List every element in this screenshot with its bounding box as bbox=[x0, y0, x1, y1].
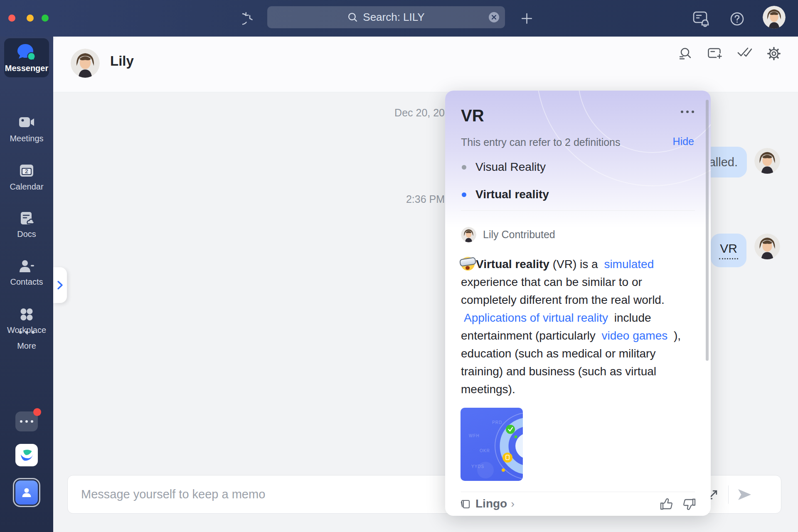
contacts-icon bbox=[19, 259, 34, 273]
entity-link[interactable]: simulated bbox=[604, 258, 654, 271]
more-dots-icon bbox=[0, 331, 53, 334]
messenger-icon bbox=[17, 43, 37, 62]
chat-header: Lily bbox=[53, 37, 798, 92]
close-window-button[interactable] bbox=[8, 15, 15, 22]
thumbnail-label: PRD bbox=[492, 420, 502, 425]
lark-logo bbox=[19, 447, 34, 463]
sidebar-item-label: Calendar bbox=[0, 182, 53, 192]
bullet-dot bbox=[462, 192, 466, 197]
chat-avatar[interactable] bbox=[71, 49, 100, 78]
popup-gradient-header bbox=[445, 91, 711, 228]
zoom-window-button[interactable] bbox=[42, 15, 49, 22]
entity-link[interactable]: Applications of virtual reality bbox=[464, 311, 608, 324]
sidebar-item-label: Meetings bbox=[0, 134, 53, 143]
sidebar-item-label: Contacts bbox=[0, 277, 53, 287]
clear-search-icon[interactable] bbox=[489, 12, 499, 22]
chat-title: Lily bbox=[110, 53, 134, 69]
popup-title: VR bbox=[461, 106, 484, 125]
contributor-row: Lily Contributed bbox=[461, 227, 555, 242]
app-sidebar: Messenger Meetings 2 Calendar bbox=[0, 37, 53, 532]
video-call-add-icon[interactable] bbox=[707, 47, 723, 60]
sidebar-expand-handle[interactable] bbox=[53, 267, 67, 303]
sidebar-item-label: Docs bbox=[0, 229, 53, 239]
contributor-avatar[interactable] bbox=[461, 227, 476, 242]
sidebar-item-label: More bbox=[0, 341, 53, 351]
definition-label: Visual Reality bbox=[475, 160, 546, 174]
notification-settings-icon[interactable] bbox=[692, 10, 711, 27]
hide-link[interactable]: Hide bbox=[673, 135, 694, 148]
meetings-icon bbox=[18, 116, 35, 129]
definition-option[interactable]: Visual Reality bbox=[462, 160, 546, 174]
popup-scrollbar[interactable] bbox=[706, 100, 709, 361]
user-avatar[interactable] bbox=[763, 6, 786, 29]
message-avatar[interactable] bbox=[754, 234, 780, 259]
message-avatar[interactable] bbox=[754, 148, 780, 174]
entity-link[interactable]: video games bbox=[601, 329, 667, 342]
global-search-input[interactable]: Search: LILY bbox=[267, 6, 505, 28]
new-tab-plus-icon[interactable] bbox=[521, 12, 533, 25]
settings-gear-icon[interactable] bbox=[767, 47, 781, 61]
divider bbox=[461, 492, 695, 492]
chevron-right-icon: › bbox=[511, 498, 515, 510]
thumbnail-label: YYDS bbox=[471, 464, 484, 469]
calendar-day-number: 2 bbox=[19, 168, 34, 175]
search-value: Search: LILY bbox=[363, 11, 424, 24]
window-titlebar: Search: LILY bbox=[0, 0, 798, 37]
time-separator: 2:36 PM bbox=[406, 193, 445, 205]
sidebar-item-messenger[interactable]: Messenger bbox=[4, 38, 49, 77]
thumbs-up-icon[interactable] bbox=[660, 498, 673, 510]
history-icon[interactable] bbox=[242, 11, 257, 26]
sidebar-item-docs[interactable]: Docs bbox=[0, 211, 53, 239]
docs-icon bbox=[19, 211, 34, 225]
input-divider bbox=[728, 485, 729, 504]
chat-search-icon[interactable] bbox=[678, 47, 692, 61]
person-icon bbox=[20, 486, 33, 499]
read-status-icon[interactable] bbox=[737, 47, 753, 58]
calendar-icon: 2 bbox=[19, 164, 34, 177]
definition-body: Virtual reality (VR) is a simulated expe… bbox=[461, 255, 696, 398]
profile-tile-selected[interactable] bbox=[13, 478, 40, 507]
send-icon[interactable] bbox=[737, 488, 752, 501]
thumbnail-label: WFH bbox=[469, 433, 480, 438]
sidebar-item-meetings[interactable]: Meetings bbox=[0, 116, 53, 143]
contributor-label: Lily Contributed bbox=[483, 229, 555, 241]
sidebar-item-calendar[interactable]: 2 Calendar bbox=[0, 164, 53, 192]
notification-badge bbox=[33, 408, 41, 416]
sidebar-item-contacts[interactable]: Contacts bbox=[0, 259, 53, 287]
lingo-brand-name: Lingo bbox=[475, 497, 507, 510]
help-icon[interactable] bbox=[730, 12, 744, 26]
chevron-right-icon bbox=[57, 281, 63, 290]
lingo-definition-popup: VR This entry can refer to 2 definitions… bbox=[445, 91, 711, 516]
lingo-logo-icon bbox=[460, 498, 472, 510]
lingo-brand-link[interactable]: Lingo › bbox=[460, 497, 515, 510]
lark-app-icon[interactable] bbox=[15, 444, 38, 466]
thumbs-down-icon[interactable] bbox=[683, 498, 696, 510]
minimize-window-button[interactable] bbox=[27, 15, 34, 22]
date-separator: Dec 20, 20 bbox=[394, 107, 445, 119]
search-icon bbox=[347, 12, 358, 22]
bullet-dot bbox=[462, 165, 466, 170]
vr-goggles-emoji bbox=[461, 257, 475, 271]
lingo-term-text[interactable]: VR bbox=[719, 241, 738, 259]
sidebar-item-more[interactable]: More bbox=[0, 331, 53, 351]
lingo-thumbnail-image[interactable]: PRD WFH OKR YYDS bbox=[461, 408, 523, 481]
message-text: alled. bbox=[709, 155, 738, 169]
sidebar-item-label: Messenger bbox=[4, 64, 49, 73]
message-bubble-term[interactable]: VR bbox=[711, 234, 746, 267]
divider bbox=[461, 210, 695, 211]
thumbnail-label: OKR bbox=[480, 448, 490, 453]
popup-subtitle: This entry can refer to 2 definitions bbox=[461, 136, 621, 148]
more-options-icon[interactable] bbox=[681, 111, 694, 113]
definition-label: Virtual reality bbox=[475, 188, 549, 201]
definition-option-selected[interactable]: Virtual reality bbox=[462, 188, 549, 201]
workplace-icon bbox=[20, 308, 34, 321]
